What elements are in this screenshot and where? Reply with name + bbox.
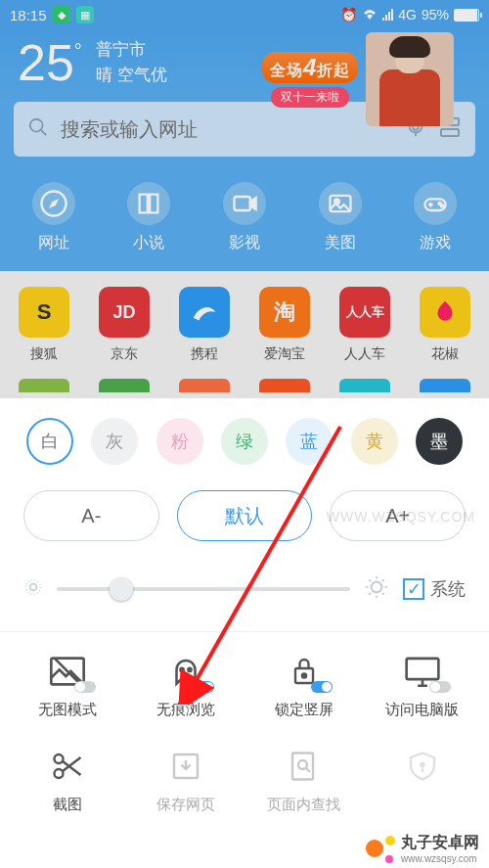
status-app-icon-2: ▦ xyxy=(76,6,94,23)
svg-point-11 xyxy=(441,205,443,206)
tool-incognito[interactable]: 无痕浏览 xyxy=(126,652,244,719)
app-item-sohu[interactable]: S 搜狐 xyxy=(19,287,69,363)
color-pink[interactable]: 粉 xyxy=(156,418,203,465)
no-image-icon xyxy=(45,652,90,691)
tool-label: 无痕浏览 xyxy=(156,701,215,719)
svg-rect-4 xyxy=(441,129,459,136)
tool-desktop-site[interactable]: 访问电脑版 xyxy=(363,652,481,719)
lock-icon xyxy=(282,652,327,691)
svg-rect-6 xyxy=(234,197,249,210)
toggle-on-icon xyxy=(193,681,214,693)
tool-screenshot[interactable]: 截图 xyxy=(8,747,126,814)
brightness-slider[interactable] xyxy=(57,587,350,591)
tool-save-page[interactable]: 保存网页 xyxy=(126,747,244,814)
color-blue[interactable]: 蓝 xyxy=(286,418,333,465)
tool-label: 访问电脑版 xyxy=(385,701,459,719)
promo-line1: 全场4折起 xyxy=(262,52,358,83)
toggle-on-icon xyxy=(311,681,333,693)
nav-label: 游戏 xyxy=(420,233,451,253)
search-icon xyxy=(27,116,49,142)
promo-banner[interactable]: 全场4折起 双十一来啦 xyxy=(262,31,477,127)
app-label: 爱淘宝 xyxy=(264,345,305,363)
wifi-icon xyxy=(362,7,378,23)
brightness-low-icon xyxy=(23,577,43,601)
nav-item-video[interactable]: 影视 xyxy=(223,182,266,253)
promo-line2: 双十一来啦 xyxy=(271,87,349,108)
svg-line-1 xyxy=(41,130,47,136)
color-green[interactable]: 绿 xyxy=(221,418,268,465)
app-item-jd[interactable]: JD 京东 xyxy=(99,287,150,363)
nav-label: 网址 xyxy=(38,233,69,253)
battery-icon xyxy=(454,9,479,22)
settings-sheet: 白 灰 粉 绿 蓝 黄 墨 A- 默认 A+ ✓ 系统 无图模式 xyxy=(0,398,489,844)
image-icon xyxy=(319,182,362,225)
tool-grid: 无图模式 无痕浏览 锁定竖屏 访问电脑版 xyxy=(0,631,489,844)
color-ink[interactable]: 墨 xyxy=(416,418,463,465)
tool-shield[interactable] xyxy=(363,747,481,814)
shield-icon xyxy=(400,747,445,786)
app-item-ctrip[interactable]: 携程 xyxy=(179,287,230,363)
color-white[interactable]: 白 xyxy=(26,418,73,465)
alarm-icon: ⏰ xyxy=(340,7,357,23)
status-app-icon-1: ◆ xyxy=(53,6,70,23)
weather-info[interactable]: 普宁市 晴 空气优 xyxy=(96,37,167,87)
video-icon xyxy=(223,182,266,225)
nav-label: 影视 xyxy=(229,233,260,253)
system-brightness-checkbox[interactable]: ✓ 系统 xyxy=(403,577,466,601)
weather-city: 普宁市 xyxy=(96,37,167,63)
color-gray[interactable]: 灰 xyxy=(91,418,138,465)
app-label: 花椒 xyxy=(431,345,459,363)
theme-color-row: 白 灰 粉 绿 蓝 黄 墨 xyxy=(0,416,489,467)
app-icon: JD xyxy=(99,287,150,338)
font-decrease-button[interactable]: A- xyxy=(23,490,159,541)
checkbox-icon: ✓ xyxy=(403,578,424,600)
signal-icon xyxy=(382,9,393,21)
app-label: 携程 xyxy=(191,345,218,363)
brand-name: 丸子安卓网 xyxy=(401,833,479,853)
dolphin-icon xyxy=(179,287,230,338)
tool-label: 锁定竖屏 xyxy=(275,701,333,719)
app-label: 京东 xyxy=(111,345,138,363)
gamepad-icon xyxy=(414,182,457,225)
compass-icon xyxy=(32,182,75,225)
svg-point-26 xyxy=(421,763,423,766)
book-icon xyxy=(127,182,170,225)
app-item-huajiao[interactable]: 花椒 xyxy=(420,287,470,363)
svg-point-14 xyxy=(372,582,382,593)
svg-point-13 xyxy=(26,580,41,595)
tool-lock-portrait[interactable]: 锁定竖屏 xyxy=(244,652,363,719)
nav-item-sites[interactable]: 网址 xyxy=(32,182,75,253)
svg-point-12 xyxy=(30,584,37,591)
svg-point-16 xyxy=(180,668,183,671)
tool-no-image[interactable]: 无图模式 xyxy=(8,652,126,719)
svg-point-0 xyxy=(30,119,43,132)
tool-find-in-page[interactable]: 页面内查找 xyxy=(244,747,363,814)
app-grid-row2 xyxy=(0,379,489,398)
svg-rect-20 xyxy=(406,659,438,679)
ghost-icon xyxy=(163,652,208,691)
app-label: 人人车 xyxy=(344,345,385,363)
nav-item-game[interactable]: 游戏 xyxy=(414,182,457,253)
tool-label: 无图模式 xyxy=(38,701,97,719)
slider-thumb[interactable] xyxy=(110,577,133,601)
network-label: 4G xyxy=(398,7,417,23)
monitor-icon xyxy=(400,652,445,691)
app-icon: 人人车 xyxy=(339,287,390,338)
app-icon: S xyxy=(19,287,69,338)
weather-temp[interactable]: 25° xyxy=(18,37,82,88)
battery-label: 95% xyxy=(422,7,449,23)
toggle-off-icon xyxy=(74,681,96,693)
color-yellow[interactable]: 黄 xyxy=(351,418,398,465)
footer-brand: 丸子安卓网 www.wzsqsy.com xyxy=(366,833,479,864)
nav-item-image[interactable]: 美图 xyxy=(319,182,362,253)
nav-categories: 网址 小说 影视 美图 游戏 xyxy=(0,172,489,271)
font-default-button[interactable]: 默认 xyxy=(177,490,313,541)
nav-item-novel[interactable]: 小说 xyxy=(127,182,170,253)
brightness-row: ✓ 系统 xyxy=(0,551,489,631)
app-label: 搜狐 xyxy=(30,345,58,363)
app-item-renren[interactable]: 人人车 人人车 xyxy=(339,287,390,363)
weather-detail: 晴 空气优 xyxy=(96,63,167,88)
app-item-taobao[interactable]: 淘 爱淘宝 xyxy=(259,287,310,363)
app-icon: 淘 xyxy=(259,287,310,338)
status-time: 18:15 xyxy=(10,7,47,23)
